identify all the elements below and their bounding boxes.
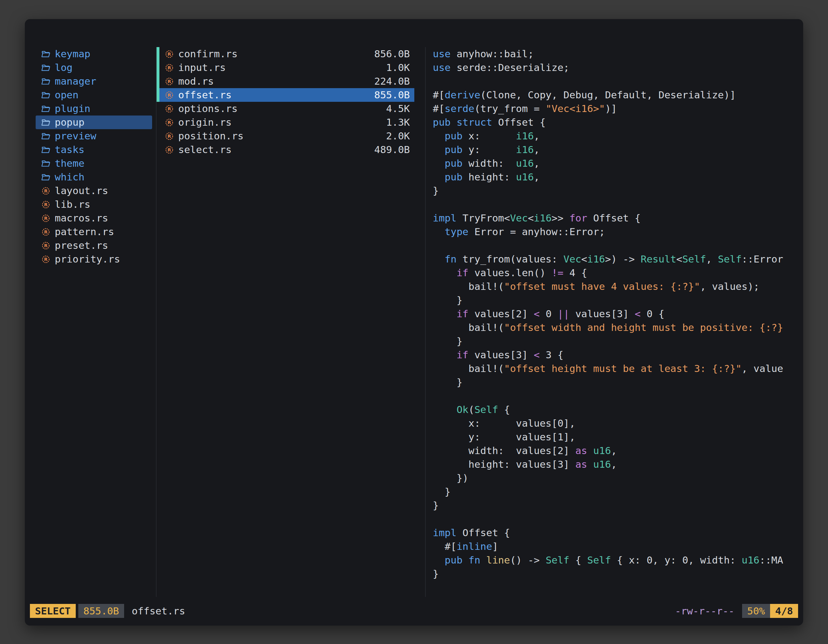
code-line: if values[2] < 0 || values[3] < 0 { — [433, 307, 794, 321]
code-line: x: values[0], — [433, 417, 794, 430]
svg-text:R: R — [168, 65, 171, 71]
code-line — [433, 74, 794, 88]
parent-dir-panel: R keymap R log — [36, 47, 154, 266]
cursor-position-badge: 4/8 — [770, 604, 798, 618]
sidebar-item[interactable]: R log — [36, 61, 152, 74]
sidebar-item[interactable]: R preview — [36, 129, 152, 143]
sidebar-item[interactable]: R pattern.rs — [36, 225, 152, 239]
file-size: 1.0K — [386, 61, 410, 74]
code-line: #[serde(try_from = "Vec<i16>")] — [433, 102, 794, 116]
code-line: } — [433, 293, 794, 307]
sidebar-item[interactable]: R keymap — [36, 47, 152, 61]
code-line — [433, 512, 794, 526]
svg-text:R: R — [168, 52, 171, 56]
sidebar-item[interactable]: R popup — [36, 116, 152, 129]
code-line: pub fn line() -> Self { Self { x: 0, y: … — [433, 553, 794, 567]
sidebar-item[interactable]: R which — [36, 170, 152, 184]
code-line: } — [433, 485, 794, 498]
code-line: bail!("offset height must be at least 3:… — [433, 362, 794, 376]
svg-text:R: R — [168, 147, 171, 152]
folder-icon — [41, 90, 51, 100]
code-line — [433, 197, 794, 211]
svg-text:R: R — [44, 188, 47, 193]
sidebar-item-label: which — [55, 170, 84, 184]
panel-divider-right — [425, 47, 426, 597]
file-row[interactable]: R options.rs 4.5K — [157, 102, 414, 116]
code-line: pub y: i16, — [433, 143, 794, 157]
sidebar-item[interactable]: R theme — [36, 157, 152, 170]
code-line: bail!("offset must have 4 values: {:?}",… — [433, 280, 794, 293]
rust-file-icon: R — [164, 118, 174, 128]
rust-file-icon: R — [41, 186, 51, 196]
sidebar-item-label: theme — [55, 157, 84, 170]
status-bar: SELECT 855.0B offset.rs -rw-r--r-- 50% 4… — [30, 604, 798, 618]
code-line: y: values[1], — [433, 430, 794, 444]
file-row[interactable]: R offset.rs 855.0B — [157, 88, 414, 102]
code-line: } — [433, 567, 794, 581]
code-line: if values.len() != 4 { — [433, 266, 794, 280]
svg-text:R: R — [168, 79, 171, 84]
code-line: if values[3] < 3 { — [433, 348, 794, 362]
sidebar-item-label: pattern.rs — [55, 225, 114, 239]
sidebar-item-label: priority.rs — [55, 252, 120, 266]
file-name: offset.rs — [178, 88, 232, 102]
file-row[interactable]: R position.rs 2.0K — [157, 129, 414, 143]
mode-badge: SELECT — [30, 604, 76, 618]
rust-file-icon: R — [164, 49, 174, 59]
code-line — [433, 239, 794, 252]
file-name: input.rs — [178, 61, 226, 74]
code-line: #[derive(Clone, Copy, Debug, Default, De… — [433, 88, 794, 102]
code-line: pub struct Offset { — [433, 116, 794, 129]
code-line: fn try_from(values: Vec<i16>) -> Result<… — [433, 252, 794, 266]
file-row[interactable]: R input.rs 1.0K — [157, 61, 414, 74]
file-name: origin.rs — [178, 116, 232, 129]
code-line: height: values[3] as u16, — [433, 458, 794, 471]
svg-text:R: R — [44, 202, 47, 207]
rust-file-icon: R — [164, 76, 174, 86]
sidebar-item-label: open — [55, 88, 78, 102]
rust-file-icon: R — [164, 104, 174, 114]
file-size: 489.0B — [374, 143, 410, 157]
file-row[interactable]: R origin.rs 1.3K — [157, 116, 414, 129]
folder-icon — [41, 104, 51, 114]
file-name: select.rs — [178, 143, 232, 157]
file-row[interactable]: R mod.rs 224.0B — [157, 74, 414, 88]
sidebar-item-label: preview — [55, 129, 96, 143]
sidebar-item[interactable]: R preset.rs — [36, 239, 152, 252]
code-line: use serde::Deserialize; — [433, 61, 794, 74]
sidebar-item-label: preset.rs — [55, 239, 108, 252]
terminal-window: R keymap R log — [25, 19, 803, 625]
code-line: } — [433, 376, 794, 389]
code-line: pub x: i16, — [433, 129, 794, 143]
folder-icon — [41, 63, 51, 73]
svg-text:R: R — [168, 92, 171, 98]
rust-file-icon: R — [41, 213, 51, 223]
file-size: 4.5K — [386, 102, 410, 116]
file-row[interactable]: R confirm.rs 856.0B — [157, 47, 414, 61]
svg-text:R: R — [44, 243, 47, 248]
sidebar-item[interactable]: R lib.rs — [36, 197, 152, 211]
sidebar-item-label: lib.rs — [55, 197, 90, 211]
sidebar-item[interactable]: R macros.rs — [36, 211, 152, 225]
sidebar-item[interactable]: R plugin — [36, 102, 152, 116]
sidebar-item[interactable]: R priority.rs — [36, 252, 152, 266]
rust-file-icon: R — [41, 254, 51, 265]
code-line: bail!("offset width and height must be p… — [433, 321, 794, 334]
rust-file-icon: R — [164, 131, 174, 141]
sidebar-item[interactable]: R manager — [36, 74, 152, 88]
code-line: impl Offset { — [433, 526, 794, 540]
file-row[interactable]: R select.rs 489.0B — [157, 143, 414, 157]
sidebar-item[interactable]: R tasks — [36, 143, 152, 157]
sidebar-item-label: layout.rs — [55, 184, 108, 197]
file-size: 1.3K — [386, 116, 410, 129]
sidebar-item[interactable]: R layout.rs — [36, 184, 152, 197]
sidebar-item-label: popup — [55, 116, 84, 129]
file-name: position.rs — [178, 129, 243, 143]
file-name: mod.rs — [178, 74, 214, 88]
file-size: 2.0K — [386, 129, 410, 143]
rust-file-icon: R — [41, 241, 51, 251]
sidebar-item[interactable]: R open — [36, 88, 152, 102]
svg-text:R: R — [44, 216, 47, 221]
file-list-panel: R confirm.rs 856.0B R input.rs 1.0K — [157, 47, 414, 157]
code-line: pub width: u16, — [433, 157, 794, 170]
